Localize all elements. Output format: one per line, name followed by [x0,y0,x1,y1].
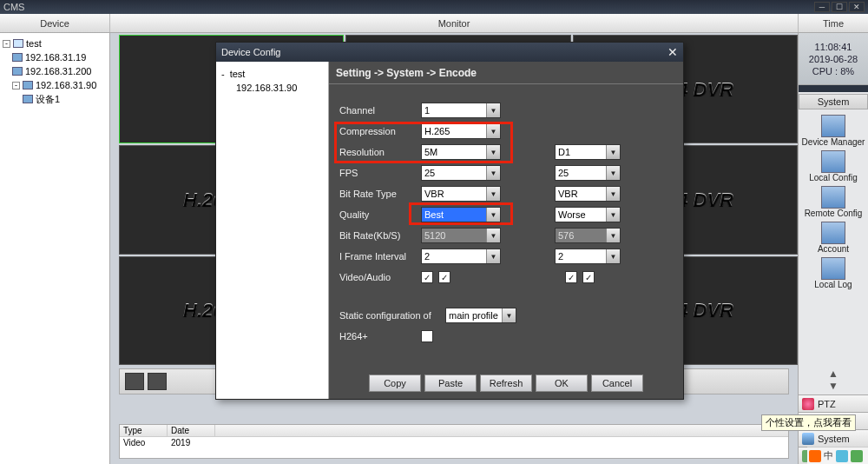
minimize-button[interactable]: ─ [814,2,830,12]
channel-select[interactable]: 1▼ [421,103,501,118]
launch-device-manager[interactable]: Device Manager [799,115,868,147]
log-table: Type Date Video 2019 [119,424,789,459]
chevron-down-icon[interactable]: ▼ [486,229,500,242]
tray-icon[interactable] [851,450,863,462]
brtype2-select[interactable]: VBR▼ [555,186,621,202]
video2-checkbox[interactable]: ✓ [565,271,577,283]
resolution-select[interactable]: 5M▼ [421,144,501,160]
compression-select[interactable]: H.265▼ [421,123,501,139]
resolution2-select[interactable]: D1▼ [555,144,621,160]
iframe-select[interactable]: 2▼ [421,249,501,264]
launch-account[interactable]: Account [799,222,868,254]
tray-sogou-icon[interactable] [809,450,821,462]
static-profile-select[interactable]: main profile▼ [445,308,516,323]
chevron-down-icon[interactable]: ▼ [502,308,516,322]
expand-icon[interactable]: - [221,67,225,81]
launch-remote-config[interactable]: Remote Config [799,186,868,218]
refresh-button[interactable]: Refresh [480,375,532,392]
dialog-tree: - test 192.168.31.90 [216,62,329,399]
right-panel: 11:08:41 2019-06-28 CPU : 8% System Devi… [798,33,868,464]
h264plus-checkbox[interactable] [421,330,433,342]
tree-item[interactable]: 192.168.31.19 [2,50,108,64]
scroll-arrows[interactable]: ▲▼ [799,365,868,394]
launch-local-log[interactable]: Local Log [799,257,868,289]
maximize-button[interactable]: ☐ [832,2,847,12]
label-iframe: I Frame Interval [339,251,416,262]
tree-root[interactable]: - test [2,36,108,50]
ptz-icon [802,398,814,410]
quality-select[interactable]: Best▼ [421,207,501,222]
dialog-tree-node[interactable]: 192.168.31.90 [221,81,323,95]
layout-1x1-button[interactable] [125,373,144,390]
chevron-down-icon[interactable]: ▼ [606,208,620,222]
audio1-checkbox[interactable]: ✓ [438,271,450,283]
tree-item[interactable]: 192.168.31.200 [2,64,108,78]
chevron-down-icon[interactable]: ▼ [606,249,620,263]
tree-ip-label: 192.168.31.90 [36,78,96,92]
chevron-down-icon[interactable]: ▼ [486,187,500,201]
label-quality: Quality [339,209,416,220]
close-button[interactable]: ✕ [849,2,865,12]
clock-panel: 11:08:41 2019-06-28 CPU : 8% [799,33,868,85]
col-type[interactable]: Type [120,425,168,436]
tree-root-label: test [26,36,42,50]
label-brtype: Bit Rate Type [339,189,416,199]
layout-2x2-button[interactable] [148,373,167,390]
chevron-down-icon[interactable]: ▼ [486,208,500,222]
paste-button[interactable]: Paste [424,375,477,392]
camera-icon [23,95,33,103]
launch-local-config[interactable]: Local Config [799,150,868,182]
tab-system[interactable]: System [799,429,868,447]
col-date[interactable]: Date [168,425,215,436]
device-icon [12,53,23,62]
expand-icon[interactable]: - [3,40,10,48]
brtype-select[interactable]: VBR▼ [421,186,501,202]
ok-button[interactable]: OK [536,375,588,392]
tray-zh-label[interactable]: 中 [824,449,833,462]
quality2-select[interactable]: Worse▼ [555,207,621,222]
chevron-down-icon[interactable]: ▼ [606,187,620,201]
system-header[interactable]: System [799,94,868,109]
cancel-button[interactable]: Cancel [591,375,643,392]
chevron-down-icon[interactable]: ▼ [486,145,500,159]
audio2-checkbox[interactable]: ✓ [582,271,595,283]
system-icon [802,433,814,445]
account-icon [821,222,845,244]
video1-checkbox[interactable]: ✓ [421,271,433,283]
clock-time: 11:08:41 [815,41,852,53]
fps2-select[interactable]: 25▼ [555,165,621,181]
tray-icon[interactable] [836,450,848,462]
local-config-icon [821,150,845,173]
system-tray: 中 [807,447,868,464]
dialog-title: Device Config [221,47,280,57]
label-resolution: Resolution [339,147,416,157]
dialog-titlebar[interactable]: Device Config ✕ [216,43,683,62]
dialog-tree-root[interactable]: - test [221,67,323,81]
bitrate-select[interactable]: 5120▼ [421,228,501,243]
expand-icon[interactable]: - [12,82,20,89]
tab-ptz[interactable]: PTZ [799,394,868,412]
label-fps: FPS [339,168,416,178]
chevron-down-icon[interactable]: ▼ [486,166,500,180]
fps-select[interactable]: 25▼ [421,165,501,181]
chevron-down-icon[interactable]: ▼ [606,166,620,180]
iframe2-select[interactable]: 2▼ [555,249,621,264]
chevron-down-icon[interactable]: ▼ [606,145,620,159]
tree-sub-item[interactable]: 设备1 [2,92,108,106]
copy-button[interactable]: Copy [369,375,421,392]
dialog-close-icon[interactable]: ✕ [667,45,678,59]
chevron-down-icon[interactable]: ▼ [486,103,500,117]
device-icon [13,39,23,48]
tree-ip-label: 192.168.31.200 [25,64,91,78]
tree-item[interactable]: - 192.168.31.90 [2,78,108,92]
tab-time[interactable]: Time [798,14,868,32]
chevron-down-icon[interactable]: ▼ [486,249,500,263]
label-h264p: H264+ [339,331,416,341]
device-tree-panel: - test 192.168.31.19 192.168.31.200 - 19… [0,33,110,464]
tab-monitor[interactable]: Monitor [110,14,798,32]
chevron-down-icon[interactable]: ▼ [606,229,620,242]
tree-sub-label: 设备1 [36,92,60,106]
chevron-down-icon[interactable]: ▼ [486,124,500,138]
bitrate2-select[interactable]: 576▼ [555,228,621,243]
tab-device[interactable]: Device [0,14,110,32]
